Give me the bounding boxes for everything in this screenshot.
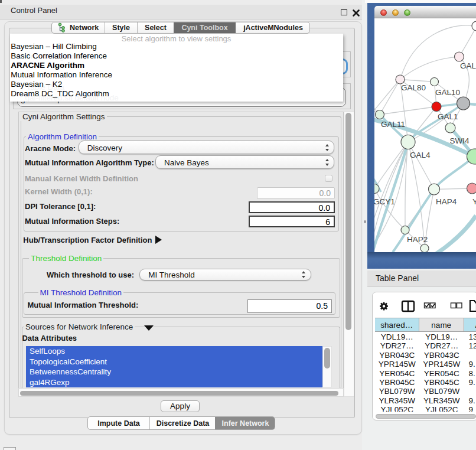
svg-text:GAL1: GAL1 xyxy=(438,112,458,121)
svg-text:GCY1: GCY1 xyxy=(374,197,395,206)
svg-text:SWI4: SWI4 xyxy=(450,136,470,145)
svg-text:HAP2: HAP2 xyxy=(407,235,428,244)
svg-text:YJ: YJ xyxy=(472,197,476,206)
svg-text:GAL7: GAL7 xyxy=(460,61,476,70)
svg-text:GAL4: GAL4 xyxy=(410,151,431,159)
svg-text:GAL10: GAL10 xyxy=(435,88,460,97)
svg-text:GAL80: GAL80 xyxy=(401,83,426,92)
svg-text:GAL11: GAL11 xyxy=(381,120,405,129)
svg-text:HAP4: HAP4 xyxy=(436,197,457,206)
